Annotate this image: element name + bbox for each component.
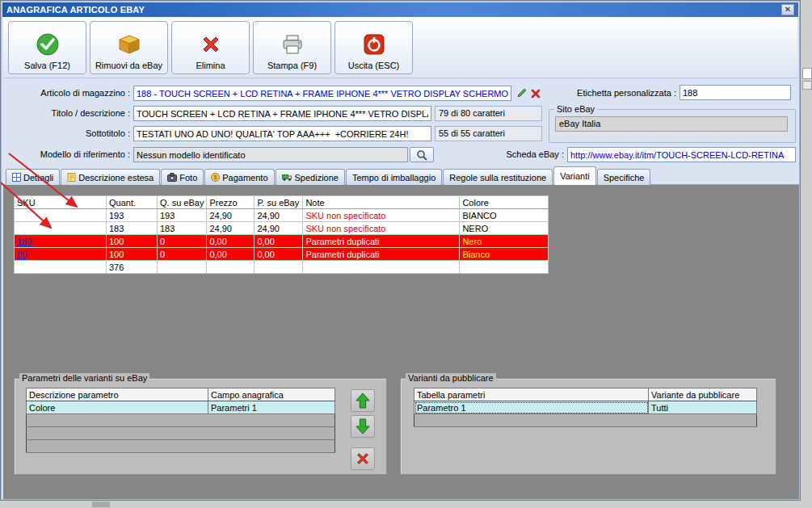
cell-campo[interactable]: Parametri 1	[208, 401, 335, 414]
titolo-label: Titolo / descrizione :	[1, 106, 130, 120]
parametri-table[interactable]: Descrizione parametro Campo anagrafica C…	[26, 388, 335, 453]
modello-field[interactable]	[133, 147, 408, 162]
tab-spedizione[interactable]: Spedizione	[276, 169, 345, 185]
background-window-fragment	[802, 68, 812, 79]
save-button-label: Salva (F12)	[24, 61, 70, 70]
clear-article-x-icon[interactable]	[529, 87, 542, 100]
tab-label: Regole sulla restituzione	[449, 173, 546, 183]
modello-label: Modello di riferimento :	[1, 147, 130, 162]
varianti-da-pubblicare-title: Varianti da pubblicare	[406, 373, 496, 383]
sottotitolo-label: Sottotitolo :	[1, 126, 130, 141]
col-campo-anagrafica[interactable]: Campo anagrafica	[208, 388, 335, 401]
title-bar: ANAGRAFICA ARTICOLO EBAY ✕	[2, 2, 798, 17]
cell-qebay: 183	[158, 222, 207, 235]
tab-pagamento[interactable]: $ Pagamento	[204, 169, 274, 185]
cell-qebay: 0	[158, 235, 207, 248]
move-up-button[interactable]	[351, 389, 375, 412]
tab-foto[interactable]: Foto	[161, 169, 204, 185]
move-down-button[interactable]	[351, 415, 375, 438]
col-prezzo[interactable]: Prezzo	[207, 196, 255, 209]
toolbar: Salva (F12) Rimuovi da eBay Elimina Stam…	[3, 17, 797, 78]
cell-sku[interactable]	[15, 222, 107, 235]
cell-tabella[interactable]: Parametro 1	[414, 401, 649, 414]
titolo-field[interactable]	[133, 106, 431, 121]
col-q-su-ebay[interactable]: Q. su eBay	[158, 196, 207, 209]
cell-sku-link[interactable]: 189	[15, 235, 107, 248]
tab-label: Pagamento	[222, 173, 267, 183]
sito-ebay-groupbox: Sito eBay eBay Italia	[549, 104, 796, 143]
pubblicare-table[interactable]: Tabella parametri Variante da pubblicare…	[414, 388, 757, 427]
red-x-small-icon	[355, 451, 371, 467]
parametri-row[interactable]: Colore Parametri 1	[27, 401, 335, 414]
exit-button[interactable]: Uscita (ESC)	[334, 21, 413, 74]
cell-sku[interactable]	[15, 209, 107, 222]
table-row-error[interactable]: 189 100 0 0,00 0,00 Parametri duplicati …	[15, 235, 549, 248]
parametri-varianti-groupbox: Parametri delle varianti su eBay Descriz…	[14, 373, 387, 475]
tab-label: Spedizione	[295, 173, 339, 183]
sottotitolo-counter: 55 di 55 caratteri	[435, 126, 542, 141]
cell-prezzo: 24,90	[207, 209, 255, 222]
cell-descrizione[interactable]: Colore	[27, 401, 208, 414]
pubblicare-row[interactable]: Parametro 1 Tutti	[414, 401, 757, 414]
col-tabella-parametri[interactable]: Tabella parametri	[414, 388, 649, 401]
tab-regole-sulla-restituzione[interactable]: Regole sulla restituzione	[443, 169, 553, 185]
col-sku[interactable]: SKU	[15, 196, 107, 209]
search-icon	[416, 149, 427, 161]
col-variante-da-pubblicare[interactable]: Variante da pubblicare	[649, 388, 757, 401]
cell-variante[interactable]: Tutti	[649, 401, 757, 414]
variants-table[interactable]: SKU Quant. Q. su eBay Prezzo P. su eBay …	[14, 195, 549, 274]
varianti-tab-content: SKU Quant. Q. su eBay Prezzo P. su eBay …	[3, 184, 799, 499]
pubblicare-header-row: Tabella parametri Variante da pubblicare	[414, 388, 757, 401]
cell-qebay: 193	[158, 209, 207, 222]
varianti-da-pubblicare-groupbox: Varianti da pubblicare Tabella parametri…	[400, 373, 776, 475]
col-note[interactable]: Note	[303, 196, 460, 209]
articolo-label: Articolo di magazzino :	[1, 86, 130, 100]
cell-quant: 100	[107, 248, 158, 261]
cell-note: Parametri duplicati	[303, 235, 460, 248]
tab-dettagli[interactable]: Dettagli	[6, 169, 60, 185]
tab-tempo-di-imballaggio[interactable]: Tempo di imballaggio	[346, 169, 442, 185]
tab-label: Specifiche	[604, 173, 645, 183]
cell-sku-link[interactable]: 89	[15, 248, 107, 261]
col-colore[interactable]: Colore	[460, 196, 549, 209]
tab-varianti[interactable]: Varianti	[553, 166, 595, 185]
table-row-error[interactable]: 89 100 0 0,00 0,00 Parametri duplicati B…	[15, 248, 549, 261]
cell-pebay: 0,00	[255, 248, 303, 261]
cell-colore: Nero	[460, 235, 549, 248]
print-button[interactable]: Stampa (F9)	[253, 21, 331, 74]
table-row[interactable]: 193 193 24,90 24,90 SKU non specificato …	[15, 209, 549, 222]
col-descrizione-parametro[interactable]: Descrizione parametro	[27, 388, 208, 401]
background-taskbar-fragment	[92, 502, 110, 507]
delete-button-label: Elimina	[196, 61, 225, 70]
col-p-su-ebay[interactable]: P. su eBay	[255, 196, 303, 209]
cell-prezzo: 0,00	[207, 248, 255, 261]
tab-specifiche[interactable]: Specifiche	[597, 169, 651, 185]
etichetta-field[interactable]	[679, 85, 791, 100]
articolo-field[interactable]	[133, 86, 511, 101]
scheda-ebay-link-field[interactable]	[567, 147, 796, 162]
cell-colore: BIANCO	[460, 209, 549, 222]
remove-from-ebay-button[interactable]: Rimuovi da eBay	[90, 21, 168, 74]
col-quant[interactable]: Quant.	[107, 196, 158, 209]
tab-label: Tempo di imballaggio	[352, 173, 435, 183]
cell-pebay: 0,00	[255, 235, 303, 248]
background-window-fragment	[802, 81, 812, 90]
tab-descrizione-estesa[interactable]: Descrizione estesa	[61, 169, 160, 185]
delete-button[interactable]: Elimina	[171, 21, 250, 74]
parametri-header-row: Descrizione parametro Campo anagrafica	[27, 388, 335, 401]
remove-button-label: Rimuovi da eBay	[95, 61, 162, 70]
table-row[interactable]: 183 183 24,90 24,90 SKU non specificato …	[15, 222, 549, 235]
remove-parameter-button[interactable]	[351, 447, 375, 470]
tab-label: Descrizione estesa	[78, 173, 154, 183]
svg-text:$: $	[214, 174, 217, 180]
tab-strip: Dettagli Descrizione estesa Foto $ Pagam…	[6, 167, 651, 185]
search-model-button[interactable]	[410, 147, 434, 162]
close-icon[interactable]: ✕	[781, 4, 794, 15]
save-button[interactable]: Salva (F12)	[8, 21, 86, 74]
cell-prezzo: 0,00	[207, 235, 255, 248]
cell-colore: Bianco	[460, 248, 549, 261]
grid-icon	[12, 173, 21, 182]
sottotitolo-field[interactable]	[133, 126, 431, 141]
edit-pencil-icon[interactable]	[515, 86, 528, 99]
tab-label: Varianti	[560, 171, 589, 181]
